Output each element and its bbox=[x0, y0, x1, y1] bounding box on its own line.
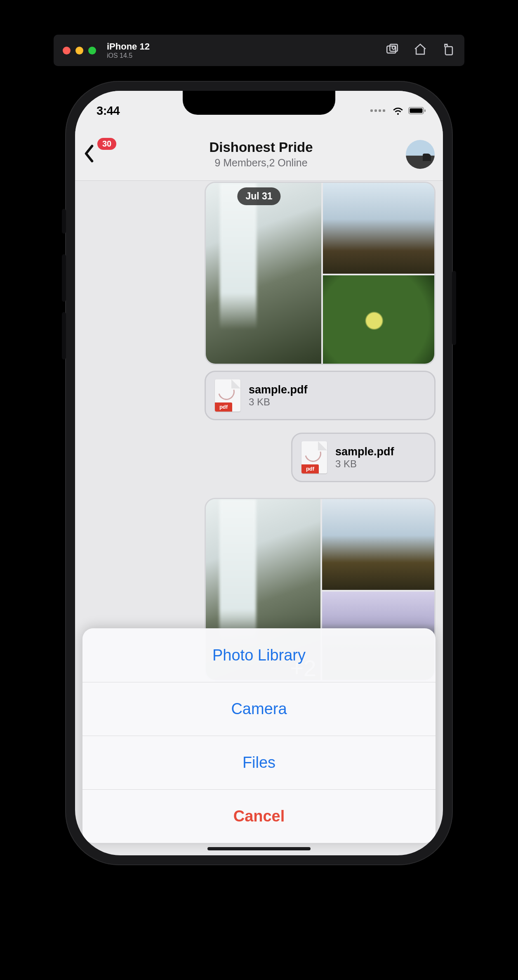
volume-up-button[interactable] bbox=[62, 254, 66, 302]
unread-badge: 30 bbox=[97, 138, 116, 150]
phone-frame: 3:44 30 Dishonest Pride 9 Members, bbox=[65, 81, 453, 865]
file-ext-label: pdf bbox=[301, 464, 319, 473]
file-size: 3 KB bbox=[249, 396, 308, 408]
action-sheet-photo-library[interactable]: Photo Library bbox=[82, 628, 436, 682]
file-name: sample.pdf bbox=[335, 445, 394, 458]
attachment-action-sheet: Photo Library Camera Files Cancel bbox=[82, 628, 436, 843]
svg-rect-6 bbox=[424, 109, 426, 112]
chat-avatar[interactable] bbox=[406, 140, 435, 169]
photo-thumbnail[interactable] bbox=[323, 183, 436, 274]
cellular-icon bbox=[370, 109, 385, 112]
photo-thumbnail[interactable] bbox=[323, 275, 436, 365]
chat-header: 30 Dishonest Pride 9 Members,2 Online bbox=[75, 128, 443, 181]
battery-icon bbox=[408, 106, 426, 115]
notch bbox=[183, 91, 335, 115]
simulator-ios-version: iOS 14.5 bbox=[107, 52, 150, 59]
file-name: sample.pdf bbox=[249, 383, 308, 396]
file-size: 3 KB bbox=[335, 458, 394, 470]
date-separator: Jul 31 bbox=[237, 187, 280, 205]
back-button[interactable] bbox=[83, 144, 95, 164]
simulator-title: iPhone 12 iOS 14.5 bbox=[107, 41, 150, 59]
window-close-icon[interactable] bbox=[63, 47, 71, 54]
photo-thumbnail[interactable] bbox=[206, 183, 321, 365]
svg-rect-3 bbox=[445, 47, 452, 55]
phone-screen: 3:44 30 Dishonest Pride 9 Members, bbox=[75, 91, 443, 855]
file-ext-label: pdf bbox=[215, 402, 232, 412]
svg-rect-5 bbox=[410, 109, 423, 113]
action-sheet-files[interactable]: Files bbox=[82, 736, 436, 789]
home-icon[interactable] bbox=[413, 43, 427, 58]
home-indicator[interactable] bbox=[207, 847, 311, 850]
chat-title: Dishonest Pride bbox=[116, 140, 406, 155]
action-sheet-cancel[interactable]: Cancel bbox=[82, 789, 436, 843]
file-message-2[interactable]: pdf sample.pdf 3 KB bbox=[291, 433, 436, 482]
chat-subtitle: 9 Members,2 Online bbox=[116, 157, 406, 169]
window-minimize-icon[interactable] bbox=[75, 47, 83, 54]
pdf-file-icon: pdf bbox=[301, 441, 327, 473]
action-sheet-camera[interactable]: Camera bbox=[82, 682, 436, 736]
simulator-device-name: iPhone 12 bbox=[107, 41, 150, 52]
image-message-1[interactable] bbox=[205, 182, 436, 365]
photo-thumbnail[interactable] bbox=[322, 499, 436, 590]
power-button[interactable] bbox=[452, 271, 456, 345]
mute-switch[interactable] bbox=[62, 209, 66, 234]
status-time: 3:44 bbox=[97, 104, 120, 118]
rotate-icon[interactable] bbox=[441, 43, 455, 58]
screenshot-icon[interactable] bbox=[385, 43, 399, 58]
svg-point-2 bbox=[392, 46, 395, 49]
simulator-toolbar: iPhone 12 iOS 14.5 bbox=[54, 35, 464, 66]
svg-rect-1 bbox=[390, 44, 397, 51]
window-traffic-lights bbox=[63, 47, 96, 54]
window-zoom-icon[interactable] bbox=[88, 47, 96, 54]
wifi-icon bbox=[392, 106, 404, 115]
chat-area[interactable]: Jul 31 pdf sample.pdf 3 KB p bbox=[75, 181, 443, 855]
volume-down-button[interactable] bbox=[62, 312, 66, 360]
file-message-1[interactable]: pdf sample.pdf 3 KB bbox=[205, 371, 436, 420]
pdf-file-icon: pdf bbox=[215, 379, 240, 412]
